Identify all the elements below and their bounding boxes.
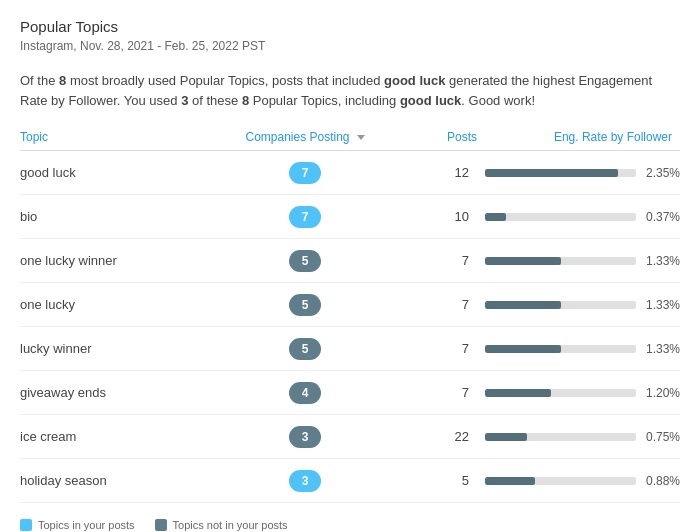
eng-cell: 1.33% xyxy=(485,254,680,268)
table-body: good luck 7 12 2.35% bio 7 10 0.37% xyxy=(20,151,680,503)
eng-value: 0.88% xyxy=(644,474,680,488)
posts-cell: 7 xyxy=(405,385,485,400)
bar-fill xyxy=(485,433,527,441)
eng-value: 2.35% xyxy=(644,166,680,180)
col-topic: Topic xyxy=(20,130,205,144)
companies-cell: 5 xyxy=(205,338,405,360)
companies-cell: 4 xyxy=(205,382,405,404)
table-row: good luck 7 12 2.35% xyxy=(20,151,680,195)
companies-badge: 5 xyxy=(289,338,321,360)
eng-value: 1.33% xyxy=(644,298,680,312)
keyword1: good luck xyxy=(384,73,445,88)
legend-yours-label: Topics in your posts xyxy=(38,519,135,531)
count1: 8 xyxy=(59,73,66,88)
date-range: Instagram, Nov. 28, 2021 - Feb. 25, 2022… xyxy=(20,39,680,53)
table-row: one lucky winner 5 7 1.33% xyxy=(20,239,680,283)
legend-others-label: Topics not in your posts xyxy=(173,519,288,531)
companies-badge: 3 xyxy=(289,426,321,448)
bar-container xyxy=(485,301,636,309)
table-row: lucky winner 5 7 1.33% xyxy=(20,327,680,371)
table-container: Topic Companies Posting Posts Eng. Rate … xyxy=(20,130,680,503)
companies-cell: 3 xyxy=(205,426,405,448)
topic-name: one lucky xyxy=(20,297,205,312)
page-title: Popular Topics xyxy=(20,18,680,35)
topic-name: holiday season xyxy=(20,473,205,488)
companies-cell: 7 xyxy=(205,162,405,184)
keyword2: good luck xyxy=(400,93,461,108)
eng-cell: 1.20% xyxy=(485,386,680,400)
posts-cell: 7 xyxy=(405,341,485,356)
legend-gray-icon xyxy=(155,519,167,531)
legend-blue-icon xyxy=(20,519,32,531)
count2: 3 xyxy=(181,93,188,108)
bar-container xyxy=(485,433,636,441)
topic-name: one lucky winner xyxy=(20,253,205,268)
eng-value: 1.33% xyxy=(644,342,680,356)
bar-fill xyxy=(485,169,618,177)
eng-cell: 0.37% xyxy=(485,210,680,224)
bar-container xyxy=(485,477,636,485)
bar-container xyxy=(485,169,636,177)
posts-cell: 12 xyxy=(405,165,485,180)
bar-fill xyxy=(485,301,561,309)
posts-cell: 7 xyxy=(405,253,485,268)
table-row: ice cream 3 22 0.75% xyxy=(20,415,680,459)
bar-container xyxy=(485,213,636,221)
companies-cell: 5 xyxy=(205,294,405,316)
posts-cell: 7 xyxy=(405,297,485,312)
eng-cell: 0.75% xyxy=(485,430,680,444)
count3: 8 xyxy=(242,93,249,108)
bar-fill xyxy=(485,213,506,221)
companies-cell: 7 xyxy=(205,206,405,228)
eng-value: 0.75% xyxy=(644,430,680,444)
table-row: giveaway ends 4 7 1.20% xyxy=(20,371,680,415)
topic-name: giveaway ends xyxy=(20,385,205,400)
eng-value: 1.33% xyxy=(644,254,680,268)
table-row: bio 7 10 0.37% xyxy=(20,195,680,239)
eng-cell: 1.33% xyxy=(485,342,680,356)
col-companies[interactable]: Companies Posting xyxy=(205,130,405,144)
eng-cell: 1.33% xyxy=(485,298,680,312)
bar-fill xyxy=(485,477,535,485)
topic-name: ice cream xyxy=(20,429,205,444)
eng-value: 0.37% xyxy=(644,210,680,224)
topic-name: lucky winner xyxy=(20,341,205,356)
companies-cell: 3 xyxy=(205,470,405,492)
companies-badge: 5 xyxy=(289,294,321,316)
companies-badge: 4 xyxy=(289,382,321,404)
companies-badge: 3 xyxy=(289,470,321,492)
col-eng-rate: Eng. Rate by Follower xyxy=(485,130,680,144)
eng-cell: 2.35% xyxy=(485,166,680,180)
legend-item-others: Topics not in your posts xyxy=(155,519,288,531)
summary-text: Of the 8 most broadly used Popular Topic… xyxy=(20,71,680,110)
bar-container xyxy=(485,257,636,265)
topic-name: bio xyxy=(20,209,205,224)
col-companies-label: Companies Posting xyxy=(245,130,349,144)
legend-item-yours: Topics in your posts xyxy=(20,519,135,531)
sort-arrow-icon xyxy=(357,135,365,140)
posts-cell: 22 xyxy=(405,429,485,444)
eng-cell: 0.88% xyxy=(485,474,680,488)
companies-cell: 5 xyxy=(205,250,405,272)
topic-name: good luck xyxy=(20,165,205,180)
table-header: Topic Companies Posting Posts Eng. Rate … xyxy=(20,130,680,151)
posts-cell: 10 xyxy=(405,209,485,224)
table-row: holiday season 3 5 0.88% xyxy=(20,459,680,503)
bar-fill xyxy=(485,257,561,265)
bar-fill xyxy=(485,345,561,353)
companies-badge: 5 xyxy=(289,250,321,272)
eng-value: 1.20% xyxy=(644,386,680,400)
bar-fill xyxy=(485,389,551,397)
bar-container xyxy=(485,389,636,397)
col-posts: Posts xyxy=(405,130,485,144)
posts-cell: 5 xyxy=(405,473,485,488)
companies-badge: 7 xyxy=(289,162,321,184)
table-row: one lucky 5 7 1.33% xyxy=(20,283,680,327)
companies-badge: 7 xyxy=(289,206,321,228)
bar-container xyxy=(485,345,636,353)
legend: Topics in your posts Topics not in your … xyxy=(20,519,680,531)
